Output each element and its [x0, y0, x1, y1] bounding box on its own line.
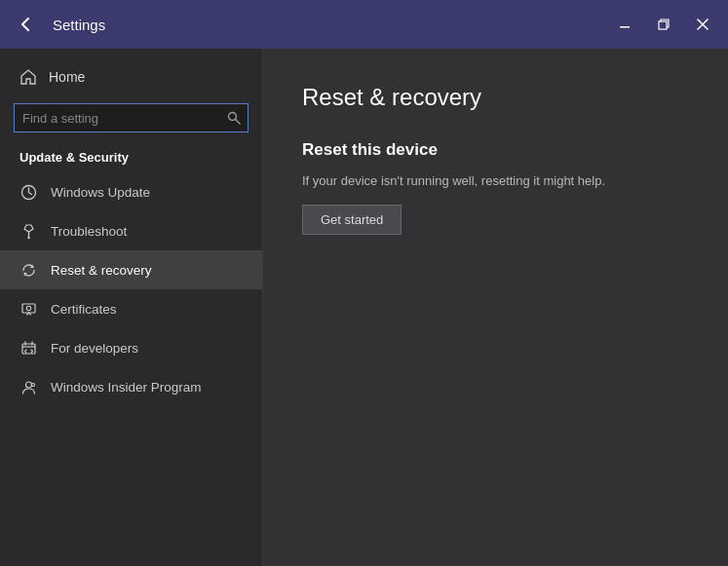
window-controls: [607, 10, 720, 39]
sidebar-item-windows-insider[interactable]: Windows Insider Program: [0, 367, 262, 406]
reset-section-description: If your device isn't running well, reset…: [302, 171, 689, 191]
app-title: Settings: [53, 17, 105, 33]
search-input[interactable]: [15, 105, 220, 132]
troubleshoot-icon: [19, 222, 37, 240]
sidebar-item-reset-recovery[interactable]: Reset & recovery: [0, 250, 262, 289]
search-icon[interactable]: [220, 104, 248, 132]
title-bar: Settings: [0, 0, 728, 49]
reset-recovery-icon: [19, 261, 37, 279]
sidebar-item-troubleshoot[interactable]: Troubleshoot: [0, 211, 262, 250]
back-button[interactable]: [12, 10, 41, 39]
sidebar-item-for-developers[interactable]: For developers: [0, 328, 262, 367]
sidebar-section-title: Update & Security: [0, 146, 262, 172]
svg-point-7: [27, 236, 29, 238]
sidebar-item-windows-update[interactable]: Windows Update: [0, 172, 262, 211]
sidebar-item-home[interactable]: Home: [0, 58, 262, 95]
windows-insider-icon: [19, 378, 37, 396]
svg-rect-8: [22, 304, 35, 313]
svg-rect-10: [22, 344, 35, 354]
svg-rect-0: [620, 26, 630, 28]
content-area: Reset & recovery Reset this device If yo…: [263, 49, 728, 566]
restore-button[interactable]: [646, 10, 681, 39]
for-developers-label: For developers: [51, 341, 138, 356]
svg-point-9: [26, 306, 30, 310]
certificates-label: Certificates: [51, 302, 117, 317]
page-title: Reset & recovery: [302, 84, 689, 111]
main-layout: Home Update & Security Windows Update: [0, 49, 728, 566]
get-started-button[interactable]: Get started: [302, 205, 402, 235]
for-developers-icon: [19, 339, 37, 357]
svg-line-5: [236, 120, 241, 125]
home-label: Home: [49, 69, 85, 85]
troubleshoot-label: Troubleshoot: [51, 224, 127, 239]
svg-point-15: [31, 383, 34, 386]
search-box[interactable]: [14, 103, 249, 132]
certificates-icon: [19, 300, 37, 318]
windows-update-label: Windows Update: [51, 185, 150, 200]
minimize-button[interactable]: [607, 10, 642, 39]
reset-recovery-label: Reset & recovery: [51, 263, 152, 278]
windows-insider-label: Windows Insider Program: [51, 380, 202, 395]
sidebar-item-certificates[interactable]: Certificates: [0, 289, 262, 328]
close-button[interactable]: [685, 10, 720, 39]
sidebar: Home Update & Security Windows Update: [0, 49, 263, 566]
home-icon: [19, 68, 37, 86]
svg-point-14: [25, 382, 31, 388]
windows-update-icon: [19, 183, 37, 201]
svg-rect-1: [659, 21, 667, 29]
reset-section-title: Reset this device: [302, 140, 689, 160]
